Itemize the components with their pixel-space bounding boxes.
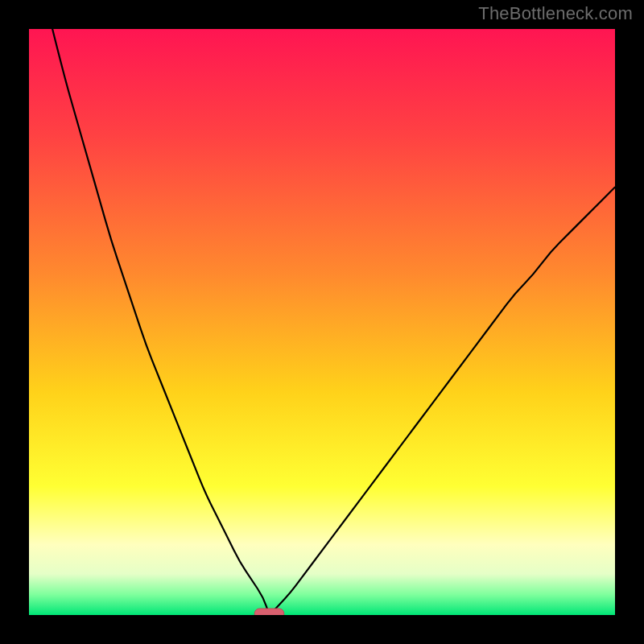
chart-frame: TheBottleneck.com bbox=[0, 0, 644, 644]
gradient-background bbox=[29, 29, 615, 615]
watermark-label: TheBottleneck.com bbox=[478, 3, 633, 24]
bottleneck-chart bbox=[29, 29, 615, 615]
bottleneck-marker bbox=[254, 609, 283, 615]
chart-svg bbox=[29, 29, 615, 615]
